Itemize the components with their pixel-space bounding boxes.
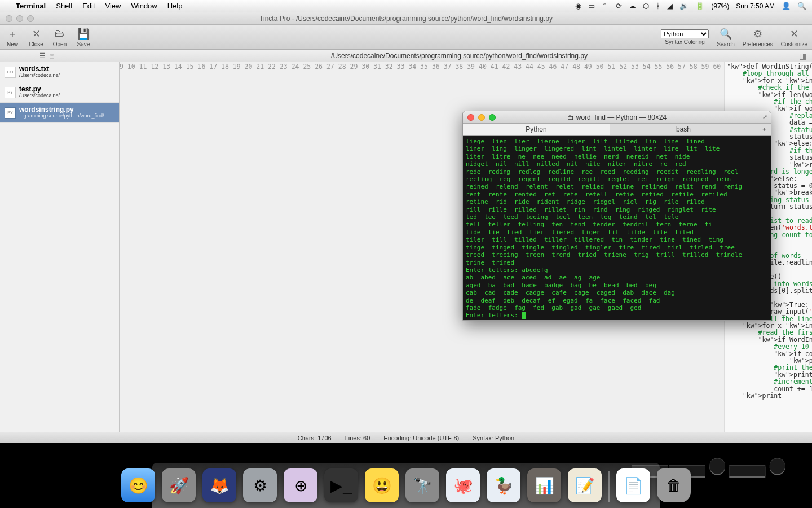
status-syntax: Syntax: Python [473,435,514,441]
status-encoding: Encoding: Unicode (UTF-8) [383,435,459,441]
cursor [522,312,526,319]
file-icon: TXT [5,67,16,78]
dock-notes[interactable]: 📝 [568,468,602,502]
window-minimize-button[interactable] [478,114,485,121]
new-icon: ＋ [5,27,20,41]
status-lines: Lines: 60 [345,435,370,441]
file-sidebar: TXT words.txt/Users/codecaine/ PY test.p… [0,62,120,432]
dock-pdf[interactable]: 📄 [616,468,650,502]
dock-utility[interactable]: 📊 [527,468,561,502]
path-bar: ☰ ⊟ /Users/codecaine/Documents/programmi… [0,50,812,62]
window-zoom-button[interactable] [489,114,496,121]
toolbar: ＋New ✕Close 🗁Open 💾Save Python Syntax Co… [0,25,812,50]
folder-icon[interactable]: 🗀 [602,2,609,10]
desktop-background: ▬▬●▬● 😊 🚀 🦊 ⚙ ⊕ ▶_ 😃 🔭 🐙 🦆 📊 📝 📄 🗑 [0,443,812,508]
terminal-window[interactable]: 🗀word_find — Python — 80×24 ⤢ Python bas… [462,111,771,321]
menu-view[interactable]: View [105,2,121,10]
syntax-select[interactable]: Python [661,29,709,38]
preferences-button[interactable]: ⚙Preferences [743,27,773,47]
user-icon[interactable]: 👤 [782,2,791,10]
file-item-test[interactable]: PY test.py/Users/codecaine/ [0,82,119,103]
sync-icon[interactable]: ⟳ [616,2,622,10]
new-tab-button[interactable]: ＋ [757,124,771,135]
tab-python[interactable]: Python [463,124,610,135]
gear-icon: ⚙ [750,27,766,41]
wifi-icon[interactable]: ◢ [667,2,673,10]
document-path: /Users/codecaine/Documents/programming s… [120,52,799,60]
search-button[interactable]: 🔍Search [717,27,735,47]
dock-launchpad[interactable]: 🚀 [162,468,196,502]
menu-window[interactable]: Window [131,2,157,10]
split-view-icon[interactable]: ▥ [799,51,812,60]
window-minimize-button[interactable] [16,15,23,22]
window-zoom-button[interactable] [27,15,34,22]
menu-help[interactable]: Help [167,2,183,10]
terminal-title: word_find — Python — 80×24 [576,113,667,121]
dock-trash[interactable]: 🗑 [657,468,691,502]
syntax-selector[interactable]: Python Syntax Coloring [661,29,709,45]
dock-separator [608,471,610,502]
editor-titlebar[interactable]: Tincta Pro - /Users/codecaine/Documents/… [0,12,812,25]
cloud-icon[interactable]: ☁ [629,2,636,10]
terminal-tabs: Python bash ＋ [463,124,771,136]
open-button[interactable]: 🗁Open [52,27,68,47]
file-item-wordsinstring[interactable]: PY wordsinstring.py...gramming source/py… [0,103,119,123]
battery-icon[interactable]: 🔋 [695,2,704,10]
close-button[interactable]: ✕Close [28,27,44,47]
dock-preview[interactable]: 🔭 [405,468,439,502]
file-item-words[interactable]: TXT words.txt/Users/codecaine/ [0,62,119,82]
menubar-appname[interactable]: Terminal [16,2,46,10]
dock-octopus[interactable]: 🐙 [446,468,480,502]
mac-menubar: Terminal Shell Edit View Window Help ◉ ▭… [0,0,812,12]
menu-shell[interactable]: Shell [56,2,72,10]
window-close-button[interactable] [6,15,12,22]
dock-settings[interactable]: ⚙ [243,468,277,502]
dock-terminal[interactable]: ▶_ [324,468,358,502]
dock: 😊 🚀 🦊 ⚙ ⊕ ▶_ 😃 🔭 🐙 🦆 📊 📝 📄 🗑 [121,468,691,502]
window-close-button[interactable] [467,114,474,121]
volume-icon[interactable]: 🔉 [679,2,689,10]
new-button[interactable]: ＋New [5,27,20,47]
dock-app-purple[interactable]: ⊕ [284,468,317,502]
search-icon: 🔍 [718,27,734,41]
list-view-icon[interactable]: ☰ [39,52,46,60]
file-icon: PY [5,107,16,119]
status-chars: Chars: 1706 [298,435,332,441]
dock-adium[interactable]: 🦆 [487,468,520,502]
bluetooth-icon[interactable]: ᚼ [656,2,660,10]
terminal-titlebar[interactable]: 🗀word_find — Python — 80×24 ⤢ [463,111,771,124]
dropbox-icon[interactable]: ⬡ [643,2,649,10]
open-icon: 🗁 [52,27,68,41]
terminal-output[interactable]: liege lien lier lierne liger lilt lilted… [463,136,771,320]
webcam-icon[interactable]: ◉ [575,2,581,10]
file-icon: PY [5,87,16,98]
clock[interactable]: Sun 7:50 AM [736,2,775,10]
spotlight-icon[interactable]: 🔍 [797,2,806,10]
battery-percent: (97%) [711,2,729,10]
folder-icon: 🗀 [567,113,574,121]
editor-title: Tincta Pro - /Users/codecaine/Documents/… [259,15,553,23]
outline-view-icon[interactable]: ⊟ [49,52,55,60]
menu-edit[interactable]: Edit [82,2,95,10]
display-icon[interactable]: ▭ [588,2,595,10]
customize-button[interactable]: ✕Customize [781,27,807,47]
fullscreen-icon[interactable]: ⤢ [762,113,767,121]
dock-finder[interactable]: 😊 [121,468,155,502]
save-button[interactable]: 💾Save [76,27,91,47]
status-bar: Chars: 1706 Lines: 60 Encoding: Unicode … [0,432,812,443]
save-icon: 💾 [76,27,91,41]
dock-messenger[interactable]: 😃 [365,468,399,502]
tools-icon: ✕ [786,27,802,41]
close-icon: ✕ [28,27,44,41]
tab-bash[interactable]: bash [610,124,757,135]
dock-firefox[interactable]: 🦊 [202,468,236,502]
